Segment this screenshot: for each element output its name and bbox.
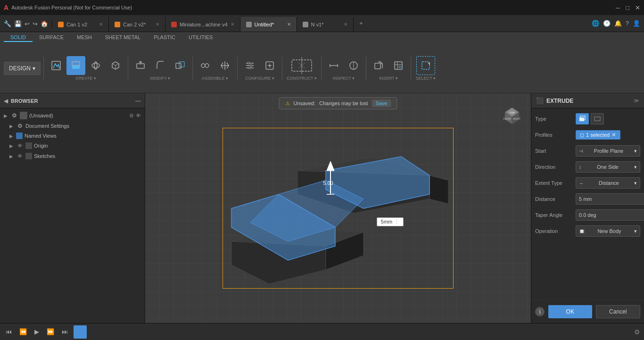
tab-mesh[interactable]: MESH (70, 33, 99, 42)
eye-icon-unsaved[interactable]: 👁 (136, 113, 141, 118)
tab-nv1[interactable]: N v1* ✕ (297, 17, 354, 32)
distance-input[interactable] (576, 193, 644, 205)
maximize-button[interactable]: □ (626, 4, 629, 11)
create-btn-revolve[interactable] (86, 56, 105, 75)
tab-surface[interactable]: SURFACE (33, 33, 70, 42)
extent-label: Extent Type (535, 180, 573, 186)
start-dropdown[interactable]: ⊣ Profile Plane ▾ (576, 145, 640, 157)
browser-item-sketches[interactable]: ▶ 👁 Sketches (0, 151, 145, 161)
tab-close-can2v2[interactable]: ✕ (156, 22, 159, 27)
operation-dropdown[interactable]: 🔲 New Body ▾ (576, 225, 640, 237)
clock-icon[interactable]: 🕐 (603, 20, 611, 27)
assemble-btn-joint[interactable] (196, 56, 215, 75)
quick-access-icon[interactable]: 🔧 (4, 20, 11, 27)
timeline-settings-icon[interactable]: ⚙ (634, 328, 640, 336)
tab-add-button[interactable]: ＋ (354, 15, 369, 32)
svg-rect-30 (375, 63, 380, 69)
inspect-btn-section[interactable] (344, 56, 363, 75)
browser-item-named-views[interactable]: ▶ Named Views (0, 131, 145, 141)
expand-arrow-doc[interactable]: ▶ (9, 124, 14, 129)
configure-btn-parameters[interactable] (240, 56, 259, 75)
info-button[interactable]: ℹ (535, 307, 545, 316)
modify-btn-combine[interactable] (171, 56, 190, 75)
modify-btn-press-pull[interactable] (131, 56, 150, 75)
extrude-icon: ⬛ (536, 97, 544, 104)
tab-plastic[interactable]: PLASTIC (147, 33, 182, 42)
tab-sheet-metal[interactable]: SHEET METAL (99, 33, 147, 42)
construct-btns (285, 56, 318, 75)
tab-solid[interactable]: SOLID (4, 33, 33, 42)
ok-button[interactable]: OK (548, 305, 592, 318)
browser-item-unsaved[interactable]: ▶ ⚙ (Unsaved) ⚙ 👁 (0, 110, 145, 121)
undo-icon[interactable]: ↩ (25, 20, 30, 27)
network-icon[interactable]: 🌐 (592, 20, 599, 27)
design-button[interactable]: DESIGN ▾ (4, 62, 41, 75)
insert-btn-decal[interactable] (369, 56, 388, 75)
expand-arrow-sketches[interactable]: ▶ (9, 154, 14, 159)
expand-arrow-unsaved[interactable]: ▶ (4, 113, 8, 118)
save-link[interactable]: Save (372, 100, 391, 107)
save-icon[interactable]: 💾 (14, 20, 22, 27)
tab-untitled[interactable]: Untitled* ✕ (240, 17, 297, 32)
profiles-clear-icon[interactable]: ✕ (611, 132, 616, 138)
eye-icon-origin[interactable]: 👁 (16, 142, 24, 149)
extrude-expand-icon[interactable]: ≫ (634, 98, 639, 104)
tab-label-can1v2: Can 1 v2 (66, 22, 87, 27)
redo-icon[interactable]: ↪ (33, 20, 38, 27)
taper-input[interactable] (576, 209, 644, 221)
timeline-last-button[interactable]: ⏭ (60, 327, 70, 336)
expand-arrow-views[interactable]: ▶ (9, 133, 14, 139)
profiles-chip[interactable]: ◻ 1 selected ✕ (576, 130, 620, 140)
settings-gear-icon[interactable]: ⚙ (129, 113, 134, 119)
dim-more-icon[interactable]: ⋮ (394, 219, 399, 225)
tab-close-untitled[interactable]: ✕ (287, 22, 291, 27)
browser-item-doc-settings[interactable]: ▶ ⚙ Document Settings (0, 121, 145, 131)
tab-icon-untitled (246, 22, 252, 27)
configure-btn-add[interactable] (260, 56, 279, 75)
inspect-btn-measure[interactable] (324, 56, 343, 75)
tab-close-can1v2[interactable]: ✕ (99, 22, 103, 27)
construct-btn-plane[interactable] (285, 56, 318, 75)
timeline-play-button[interactable]: ▶ (33, 327, 41, 336)
tab-icon-miniature (171, 22, 177, 27)
tab-can1v2[interactable]: Can 1 v2 ✕ (52, 17, 109, 32)
type-btn-solid[interactable] (576, 113, 589, 124)
minimize-button[interactable]: ─ (616, 4, 620, 11)
timeline-thumbnail[interactable] (74, 325, 87, 339)
tab-utilities[interactable]: UTILITIES (182, 33, 219, 42)
timeline-first-button[interactable]: ⏮ (4, 327, 14, 336)
direction-icon: ↕ (579, 165, 581, 170)
insert-btn-canvas[interactable] (389, 56, 408, 75)
select-btn-box-select[interactable] (416, 56, 435, 75)
browser-item-origin[interactable]: ▶ 👁 Origin (0, 141, 145, 151)
viewcube[interactable]: TOP FRONT RIGHT (498, 98, 526, 126)
modify-btn-fillet[interactable] (151, 56, 170, 75)
viewport[interactable]: ⚠ Unsaved: Changes may be lost Save (145, 93, 531, 323)
user-icon[interactable]: 👤 (633, 20, 640, 27)
timeline-next-button[interactable]: ⏩ (45, 327, 56, 336)
create-btn-sketch[interactable] (47, 56, 66, 75)
tab-close-miniature[interactable]: ✕ (231, 22, 234, 27)
tab-can2v2[interactable]: Can 2 v2* ✕ (109, 17, 165, 32)
expand-arrow-origin[interactable]: ▶ (9, 143, 14, 149)
type-btn-surface[interactable] (591, 113, 604, 124)
extent-dropdown[interactable]: ↔ Distance ▾ (576, 177, 640, 189)
type-label: Type (535, 116, 573, 122)
cancel-button[interactable]: Cancel (596, 305, 641, 318)
create-btn-extrude[interactable] (66, 56, 85, 75)
timeline-prev-button[interactable]: ⏪ (17, 327, 29, 336)
create-btn-box[interactable] (106, 56, 125, 75)
dimension-label[interactable]: 5mm ⋮ (377, 217, 404, 226)
direction-dropdown[interactable]: ↕ One Side ▾ (576, 161, 640, 173)
browser-collapse-icon[interactable]: — (135, 98, 141, 104)
browser-back-icon[interactable]: ◀ (4, 98, 8, 104)
eye-icon-sketches[interactable]: 👁 (16, 152, 24, 160)
assemble-btn-move[interactable] (215, 56, 234, 75)
tab-miniature[interactable]: Miniature...achine v4 ✕ (165, 17, 240, 32)
tab-close-nv1[interactable]: ✕ (344, 22, 347, 27)
help-icon[interactable]: ? (626, 20, 629, 27)
close-button[interactable]: ✕ (635, 4, 640, 11)
browser-label-sketches: Sketches (34, 153, 55, 159)
home-icon[interactable]: 🏠 (41, 20, 48, 27)
bell-icon[interactable]: 🔔 (614, 20, 622, 27)
